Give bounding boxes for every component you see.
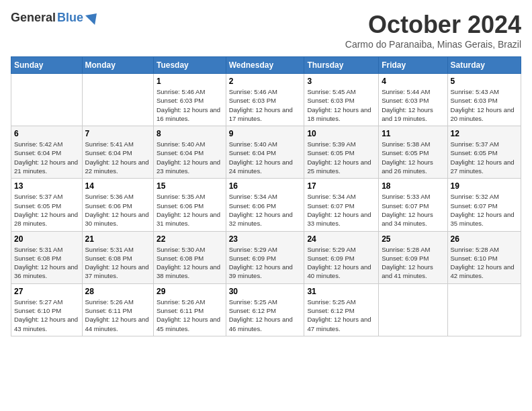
calendar-cell: 1 Sunrise: 5:46 AMSunset: 6:03 PMDayligh… (154, 74, 226, 126)
day-detail: Sunrise: 5:29 AMSunset: 6:09 PMDaylight:… (229, 245, 302, 281)
day-detail: Sunrise: 5:25 AMSunset: 6:12 PMDaylight:… (229, 298, 302, 333)
location-text: Carmo do Paranaiba, Minas Gerais, Brazil (345, 39, 521, 50)
calendar-cell: 19 Sunrise: 5:32 AMSunset: 6:07 PMDaylig… (447, 179, 521, 231)
day-detail: Sunrise: 5:41 AMSunset: 6:04 PMDaylight:… (85, 140, 150, 175)
day-detail: Sunrise: 5:39 AMSunset: 6:05 PMDaylight:… (307, 140, 375, 175)
calendar-header-friday: Friday (379, 57, 447, 74)
day-detail: Sunrise: 5:32 AMSunset: 6:07 PMDaylight:… (451, 192, 518, 228)
calendar-header-monday: Monday (82, 57, 153, 74)
calendar-cell: 15 Sunrise: 5:35 AMSunset: 6:06 PMDaylig… (154, 179, 226, 231)
day-detail: Sunrise: 5:34 AMSunset: 6:06 PMDaylight:… (229, 192, 302, 228)
calendar-cell: 9 Sunrise: 5:40 AMSunset: 6:04 PMDayligh… (226, 126, 304, 179)
day-number: 30 (229, 287, 302, 296)
calendar-cell: 26 Sunrise: 5:28 AMSunset: 6:10 PMDaylig… (447, 231, 521, 283)
day-detail: Sunrise: 5:38 AMSunset: 6:05 PMDaylight:… (382, 140, 444, 175)
calendar-cell: 20 Sunrise: 5:31 AMSunset: 6:08 PMDaylig… (11, 231, 83, 283)
calendar-cell: 2 Sunrise: 5:46 AMSunset: 6:03 PMDayligh… (226, 74, 304, 126)
calendar-cell: 4 Sunrise: 5:44 AMSunset: 6:03 PMDayligh… (379, 74, 447, 126)
calendar-cell: 13 Sunrise: 5:37 AMSunset: 6:05 PMDaylig… (11, 179, 83, 231)
calendar-week-row: 1 Sunrise: 5:46 AMSunset: 6:03 PMDayligh… (11, 74, 521, 126)
calendar-cell: 7 Sunrise: 5:41 AMSunset: 6:04 PMDayligh… (82, 126, 153, 179)
calendar-header-sunday: Sunday (11, 57, 83, 74)
calendar-cell: 18 Sunrise: 5:33 AMSunset: 6:07 PMDaylig… (379, 179, 447, 231)
day-detail: Sunrise: 5:44 AMSunset: 6:03 PMDaylight:… (382, 87, 444, 123)
calendar-cell (379, 283, 447, 336)
month-title: October 2024 (345, 11, 521, 39)
day-number: 16 (229, 181, 302, 191)
day-number: 11 (382, 129, 444, 138)
day-detail: Sunrise: 5:40 AMSunset: 6:04 PMDaylight:… (229, 140, 302, 175)
day-number: 22 (157, 234, 223, 244)
calendar-cell: 28 Sunrise: 5:26 AMSunset: 6:11 PMDaylig… (82, 283, 153, 336)
logo: General Blue (11, 11, 100, 25)
day-detail: Sunrise: 5:40 AMSunset: 6:04 PMDaylight:… (157, 140, 223, 175)
calendar-cell: 12 Sunrise: 5:37 AMSunset: 6:05 PMDaylig… (447, 126, 521, 179)
day-number: 4 (382, 77, 444, 86)
day-number: 6 (14, 129, 79, 138)
day-detail: Sunrise: 5:33 AMSunset: 6:07 PMDaylight:… (382, 192, 444, 228)
title-block: October 2024 Carmo do Paranaiba, Minas G… (345, 11, 521, 50)
day-number: 1 (157, 77, 223, 86)
day-number: 31 (307, 287, 375, 296)
day-number: 13 (14, 181, 79, 191)
day-detail: Sunrise: 5:29 AMSunset: 6:09 PMDaylight:… (307, 245, 375, 281)
calendar-week-row: 27 Sunrise: 5:27 AMSunset: 6:10 PMDaylig… (11, 283, 521, 336)
calendar-header-wednesday: Wednesday (226, 57, 304, 74)
calendar-cell: 21 Sunrise: 5:31 AMSunset: 6:08 PMDaylig… (82, 231, 153, 283)
day-detail: Sunrise: 5:34 AMSunset: 6:07 PMDaylight:… (307, 192, 375, 228)
day-number: 27 (14, 287, 79, 296)
day-number: 19 (451, 181, 518, 191)
calendar-table: SundayMondayTuesdayWednesdayThursdayFrid… (11, 56, 521, 336)
day-number: 14 (85, 181, 150, 191)
day-number: 21 (85, 234, 150, 244)
day-number: 29 (157, 287, 223, 296)
calendar-cell: 29 Sunrise: 5:26 AMSunset: 6:11 PMDaylig… (154, 283, 226, 336)
day-number: 24 (307, 234, 375, 244)
calendar-cell: 11 Sunrise: 5:38 AMSunset: 6:05 PMDaylig… (379, 126, 447, 179)
day-detail: Sunrise: 5:28 AMSunset: 6:09 PMDaylight:… (382, 245, 444, 281)
calendar-header-saturday: Saturday (447, 57, 521, 74)
day-detail: Sunrise: 5:31 AMSunset: 6:08 PMDaylight:… (85, 245, 150, 281)
page-header: General Blue October 2024 Carmo do Paran… (11, 11, 521, 50)
logo-arrow-icon (85, 8, 101, 24)
day-number: 23 (229, 234, 302, 244)
day-detail: Sunrise: 5:28 AMSunset: 6:10 PMDaylight:… (451, 245, 518, 281)
day-number: 5 (451, 77, 518, 86)
day-number: 8 (157, 129, 223, 138)
calendar-week-row: 20 Sunrise: 5:31 AMSunset: 6:08 PMDaylig… (11, 231, 521, 283)
day-detail: Sunrise: 5:36 AMSunset: 6:06 PMDaylight:… (85, 192, 150, 228)
day-detail: Sunrise: 5:37 AMSunset: 6:05 PMDaylight:… (14, 192, 79, 228)
calendar-cell: 17 Sunrise: 5:34 AMSunset: 6:07 PMDaylig… (304, 179, 379, 231)
calendar-header-thursday: Thursday (304, 57, 379, 74)
calendar-cell (447, 283, 521, 336)
day-number: 15 (157, 181, 223, 191)
calendar-cell (82, 74, 153, 126)
day-number: 3 (307, 77, 375, 86)
day-detail: Sunrise: 5:25 AMSunset: 6:12 PMDaylight:… (307, 298, 375, 333)
logo-general-text: General (11, 11, 56, 25)
day-number: 12 (451, 129, 518, 138)
day-detail: Sunrise: 5:45 AMSunset: 6:03 PMDaylight:… (307, 87, 375, 123)
logo-blue-text: Blue (57, 11, 83, 25)
day-detail: Sunrise: 5:42 AMSunset: 6:04 PMDaylight:… (14, 140, 79, 175)
calendar-cell: 23 Sunrise: 5:29 AMSunset: 6:09 PMDaylig… (226, 231, 304, 283)
day-detail: Sunrise: 5:31 AMSunset: 6:08 PMDaylight:… (14, 245, 79, 281)
day-detail: Sunrise: 5:26 AMSunset: 6:11 PMDaylight:… (85, 298, 150, 333)
day-detail: Sunrise: 5:46 AMSunset: 6:03 PMDaylight:… (229, 87, 302, 123)
calendar-cell: 27 Sunrise: 5:27 AMSunset: 6:10 PMDaylig… (11, 283, 83, 336)
calendar-week-row: 6 Sunrise: 5:42 AMSunset: 6:04 PMDayligh… (11, 126, 521, 179)
day-number: 2 (229, 77, 302, 86)
day-number: 7 (85, 129, 150, 138)
day-number: 28 (85, 287, 150, 296)
day-number: 18 (382, 181, 444, 191)
day-detail: Sunrise: 5:30 AMSunset: 6:08 PMDaylight:… (157, 245, 223, 281)
day-number: 20 (14, 234, 79, 244)
calendar-header-row: SundayMondayTuesdayWednesdayThursdayFrid… (11, 57, 521, 74)
calendar-cell: 3 Sunrise: 5:45 AMSunset: 6:03 PMDayligh… (304, 74, 379, 126)
calendar-cell: 8 Sunrise: 5:40 AMSunset: 6:04 PMDayligh… (154, 126, 226, 179)
day-number: 9 (229, 129, 302, 138)
day-detail: Sunrise: 5:37 AMSunset: 6:05 PMDaylight:… (451, 140, 518, 175)
day-number: 17 (307, 181, 375, 191)
day-number: 10 (307, 129, 375, 138)
calendar-cell (11, 74, 83, 126)
